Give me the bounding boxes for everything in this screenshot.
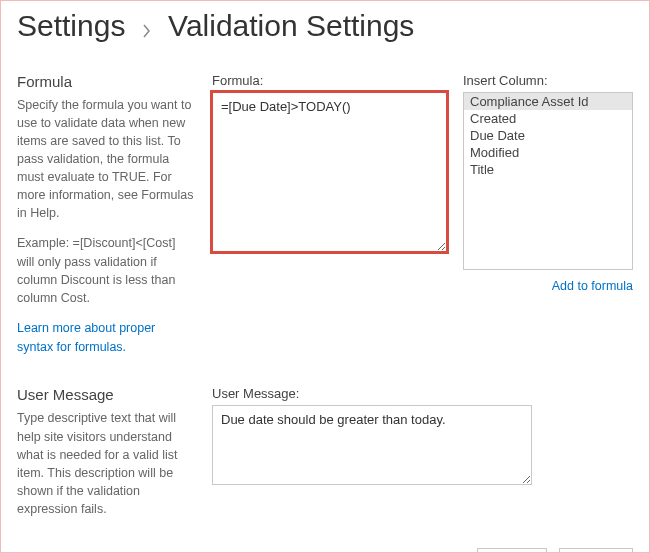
- formula-label: Formula:: [212, 73, 447, 88]
- column-option[interactable]: Compliance Asset Id: [464, 93, 632, 110]
- learn-more-link[interactable]: Learn more about proper syntax for formu…: [17, 321, 155, 354]
- user-message-textarea[interactable]: [212, 405, 532, 485]
- breadcrumb: Settings Validation Settings: [17, 9, 633, 45]
- user-message-description: Type descriptive text that will help sit…: [17, 409, 194, 518]
- formula-example: Example: =[Discount]<[Cost] will only pa…: [17, 234, 194, 307]
- column-option[interactable]: Modified: [464, 144, 632, 161]
- user-message-label: User Message:: [212, 386, 633, 401]
- cancel-button[interactable]: Cancel: [559, 548, 633, 553]
- column-option[interactable]: Created: [464, 110, 632, 127]
- column-option[interactable]: Due Date: [464, 127, 632, 144]
- formula-heading: Formula: [17, 73, 194, 90]
- column-option[interactable]: Title: [464, 161, 632, 178]
- formula-description: Specify the formula you want to use to v…: [17, 96, 194, 223]
- breadcrumb-parent[interactable]: Settings: [17, 9, 125, 42]
- user-message-heading: User Message: [17, 386, 194, 403]
- add-to-formula-link[interactable]: Add to formula: [552, 279, 633, 293]
- insert-column-label: Insert Column:: [463, 73, 633, 88]
- insert-column-listbox[interactable]: Compliance Asset IdCreatedDue DateModifi…: [463, 92, 633, 270]
- formula-section: Formula Specify the formula you want to …: [17, 73, 633, 357]
- button-bar: Save Cancel: [17, 540, 633, 553]
- formula-textarea[interactable]: [212, 92, 447, 252]
- save-button[interactable]: Save: [477, 548, 547, 553]
- breadcrumb-current: Validation Settings: [168, 9, 414, 42]
- user-message-section: User Message Type descriptive text that …: [17, 386, 633, 530]
- chevron-right-icon: [142, 12, 152, 45]
